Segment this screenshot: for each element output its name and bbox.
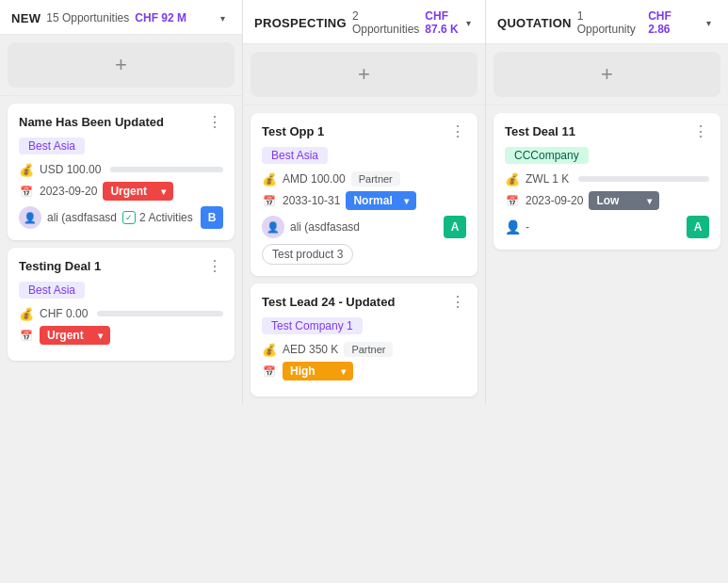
card-amount-row: 💰 USD 100.00 (19, 162, 223, 177)
card-header: Name Has Been Updated ⋮ (19, 115, 223, 130)
card-amount-row: 💰 AMD 100.00 Partner (262, 171, 466, 186)
column-header-prospecting: PROSPECTING 2 Opportunities CHF 87.6 K ▾ (243, 0, 485, 44)
card-title: Test Deal 11 (505, 124, 689, 138)
dropdown-arrow-icon: ▾ (161, 186, 166, 197)
add-card-btn-quotation[interactable]: + (493, 52, 720, 97)
calendar-icon: 📅 (505, 193, 520, 208)
card-card3[interactable]: Test Deal 11 ⋮ CCCompany 💰 ZWL 1 K 📅 202… (493, 113, 720, 250)
card-amount: CHF 0.00 (40, 307, 88, 320)
card-amount: AMD 100.00 (283, 172, 346, 186)
column-header-quotation: QUOTATION 1 Opportunity CHF 2.86 ▾ (486, 0, 728, 44)
column-amount-prospecting: CHF 87.6 K (425, 9, 459, 36)
user-name: ali (asdfasasd (290, 220, 360, 234)
cards-area-prospecting: Test Opp 1 ⋮ Best Asia 💰 AMD 100.00 Part… (243, 113, 485, 404)
priority-dropdown[interactable]: Low ▾ (589, 191, 659, 210)
column-toggle-prospecting[interactable]: ▾ (464, 14, 474, 31)
column-new: NEW 15 Opportunities CHF 92 M ▾ + Name H… (0, 0, 243, 404)
calendar-icon: 📅 (19, 184, 34, 199)
card-header: Test Deal 11 ⋮ (505, 124, 709, 139)
user-row: 👤 - (505, 219, 529, 235)
money-icon: 💰 (19, 162, 34, 177)
kanban-board: NEW 15 Opportunities CHF 92 M ▾ + Name H… (0, 0, 728, 404)
user-avatar-icon: 👤 (505, 219, 520, 235)
add-card-btn-new[interactable]: + (8, 42, 235, 88)
card-header: Test Lead 24 - Updated ⋮ (262, 295, 466, 310)
user-name: ali (asdfasasd (47, 211, 117, 224)
card-title: Name Has Been Updated (19, 115, 203, 129)
card-footer: 👤 - A (505, 216, 709, 238)
card-date-priority-row: 📅 2023-09-20 Low ▾ (505, 191, 709, 210)
revenue-bar (110, 167, 223, 172)
column-title-quotation: QUOTATION (497, 16, 572, 30)
revenue-bar (578, 176, 709, 182)
priority-dropdown[interactable]: High ▾ (283, 362, 353, 381)
dropdown-arrow-icon: ▾ (404, 196, 409, 206)
user-name: - (526, 220, 529, 234)
check-icon: ✓ (122, 211, 136, 224)
card-tag: Best Asia (262, 147, 328, 164)
partner-badge: Partner (344, 342, 393, 357)
activities-label: 2 Activities (139, 211, 193, 224)
product-tag[interactable]: Test product 3 (262, 244, 353, 265)
card-amount: AED 350 K (283, 343, 338, 356)
priority-dropdown[interactable]: Urgent ▾ (103, 182, 173, 201)
card-card4[interactable]: Testing Deal 1 ⋮ Best Asia 💰 CHF 0.00 📅 … (8, 248, 235, 361)
card-date-priority-row: 📅 Urgent ▾ (19, 326, 223, 345)
card-amount-row: 💰 ZWL 1 K (505, 171, 709, 186)
column-count-prospecting: 2 Opportunities (352, 9, 419, 36)
money-icon: 💰 (505, 171, 520, 186)
add-card-btn-prospecting[interactable]: + (251, 52, 477, 97)
user-avatar: 👤 (262, 216, 284, 238)
card-date: 2023-09-20 (40, 185, 97, 198)
card-header: Testing Deal 1 ⋮ (19, 259, 223, 274)
card-header: Test Opp 1 ⋮ (262, 124, 466, 139)
priority-dropdown[interactable]: Normal ▾ (346, 191, 416, 210)
activities-badge: ✓ 2 Activities (122, 211, 193, 224)
revenue-bar (97, 311, 223, 316)
card-title: Test Opp 1 (262, 124, 446, 138)
cards-area-quotation: Test Deal 11 ⋮ CCCompany 💰 ZWL 1 K 📅 202… (486, 113, 728, 257)
column-prospecting: PROSPECTING 2 Opportunities CHF 87.6 K ▾… (243, 0, 486, 404)
user-initial-badge: A (687, 216, 709, 238)
cards-area-new: Name Has Been Updated ⋮ Best Asia 💰 USD … (0, 104, 242, 368)
card-title: Test Lead 24 - Updated (262, 295, 446, 309)
card-tag: Best Asia (19, 138, 85, 154)
card-menu[interactable]: ⋮ (450, 295, 466, 310)
column-title-new: NEW (11, 11, 40, 25)
calendar-icon: 📅 (19, 328, 34, 343)
card-menu[interactable]: ⋮ (207, 259, 223, 274)
column-amount-quotation: CHF 2.86 (648, 9, 694, 36)
card-card5[interactable]: Test Lead 24 - Updated ⋮ Test Company 1 … (251, 283, 477, 397)
card-date-priority-row: 📅 2033-10-31 Normal ▾ (262, 191, 466, 210)
column-toggle-new[interactable]: ▾ (214, 9, 231, 26)
dropdown-arrow-icon: ▾ (98, 331, 103, 341)
column-toggle-quotation[interactable]: ▾ (701, 14, 717, 31)
partner-badge: Partner (351, 171, 400, 186)
money-icon: 💰 (262, 342, 277, 357)
card-amount-row: 💰 AED 350 K Partner (262, 342, 466, 357)
column-count-new: 15 Opportunities (46, 11, 129, 24)
user-avatar: 👤 (19, 206, 41, 229)
priority-label: Urgent (110, 185, 147, 198)
card-tag: Best Asia (19, 282, 85, 299)
calendar-icon: 📅 (262, 193, 277, 208)
user-initial-badge: A (444, 216, 466, 238)
calendar-icon: 📅 (262, 364, 277, 379)
card-menu[interactable]: ⋮ (693, 124, 709, 139)
card-footer: 👤 ali (asdfasasd A (262, 216, 466, 238)
column-header-new: NEW 15 Opportunities CHF 92 M ▾ (0, 0, 242, 35)
card-title: Testing Deal 1 (19, 259, 203, 273)
card-menu[interactable]: ⋮ (450, 124, 466, 139)
user-row: 👤 ali (asdfasasd ✓ 2 Activities (19, 206, 193, 229)
priority-label: Normal (353, 194, 392, 207)
card-card2[interactable]: Test Opp 1 ⋮ Best Asia 💰 AMD 100.00 Part… (251, 113, 477, 276)
card-footer: 👤 ali (asdfasasd ✓ 2 Activities B (19, 206, 223, 229)
column-amount-new: CHF 92 M (135, 11, 186, 24)
card-amount-row: 💰 CHF 0.00 (19, 306, 223, 321)
card-menu[interactable]: ⋮ (207, 115, 223, 130)
priority-dropdown[interactable]: Urgent ▾ (40, 326, 110, 345)
card-card1[interactable]: Name Has Been Updated ⋮ Best Asia 💰 USD … (8, 104, 235, 240)
priority-label: Urgent (47, 329, 84, 342)
card-tag: CCCompany (505, 147, 589, 164)
card-amount: USD 100.00 (40, 163, 101, 176)
